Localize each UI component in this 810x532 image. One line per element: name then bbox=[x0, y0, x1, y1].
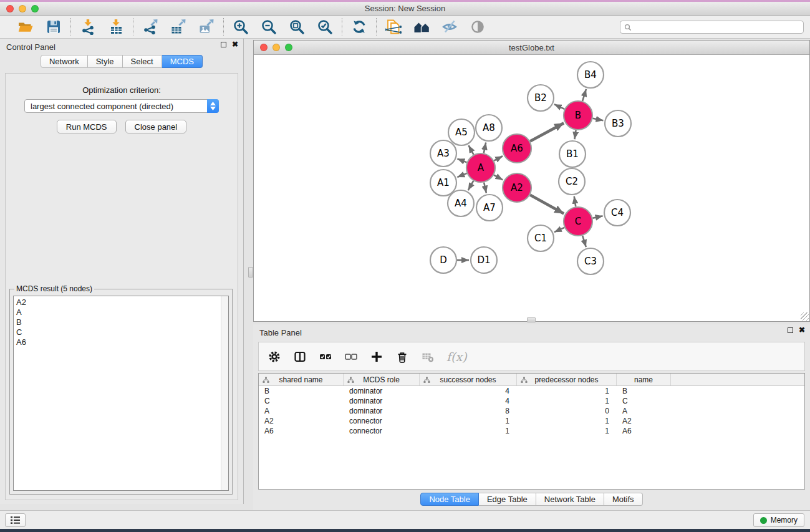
clone-network-icon[interactable] bbox=[385, 18, 402, 36]
graph-edge-B-B3[interactable] bbox=[593, 118, 604, 120]
graph-node-C[interactable]: C bbox=[564, 207, 592, 236]
export-table-icon[interactable] bbox=[170, 18, 187, 36]
graph-node-C1[interactable]: C1 bbox=[528, 225, 554, 251]
table-cell[interactable]: 1 bbox=[517, 427, 617, 435]
tab-network-table[interactable]: Network Table bbox=[536, 493, 604, 506]
column-visibility-icon[interactable] bbox=[293, 350, 307, 364]
graph-node-A7[interactable]: A7 bbox=[476, 195, 503, 221]
zoom-network-button[interactable] bbox=[285, 44, 292, 51]
network-canvas[interactable]: B4B2BB3A5A8A6A3B1AA1C2A2A4A7CC4C1C3DD1 bbox=[254, 55, 809, 321]
table-row[interactable]: Adominator80A bbox=[259, 406, 804, 416]
resize-grip-icon[interactable] bbox=[801, 312, 809, 321]
close-window-button[interactable] bbox=[6, 5, 14, 12]
hide-selected-icon[interactable] bbox=[441, 18, 458, 36]
table-cell[interactable]: 1 bbox=[420, 417, 517, 425]
graph-node-B1[interactable]: B1 bbox=[559, 141, 586, 167]
import-network-icon[interactable] bbox=[79, 18, 97, 36]
deselect-all-rows-icon[interactable] bbox=[344, 350, 358, 364]
mcds-result-item[interactable]: B bbox=[16, 317, 228, 327]
graph-edge-B-B4[interactable] bbox=[582, 89, 586, 101]
criterion-select[interactable]: largest connected component (directed) bbox=[24, 99, 219, 113]
table-cell[interactable]: 4 bbox=[420, 397, 517, 405]
graph-node-B3[interactable]: B3 bbox=[605, 110, 631, 137]
column-header-MCDS-role[interactable]: MCDS role bbox=[344, 374, 420, 385]
graph-node-D[interactable]: D bbox=[430, 247, 456, 273]
table-cell[interactable]: C bbox=[617, 397, 671, 405]
run-mcds-button[interactable]: Run MCDS bbox=[57, 120, 117, 133]
task-history-button[interactable] bbox=[5, 513, 26, 527]
function-builder-button[interactable]: f(x) bbox=[446, 350, 467, 364]
table-row[interactable]: Cdominator41C bbox=[259, 396, 804, 406]
graph-edge-A-A7[interactable] bbox=[484, 182, 486, 193]
table-cell[interactable]: connector bbox=[344, 417, 420, 425]
column-header-name[interactable]: name bbox=[617, 374, 671, 385]
table-settings-icon[interactable] bbox=[268, 350, 281, 364]
graph-edge-C-C2[interactable] bbox=[574, 196, 576, 207]
table-row[interactable]: Bdominator41B bbox=[259, 386, 804, 396]
graph-edge-C-C3[interactable] bbox=[582, 236, 586, 247]
horizontal-divider-grip[interactable] bbox=[527, 317, 536, 322]
delete-column-icon[interactable] bbox=[395, 350, 409, 364]
graph-node-A4[interactable]: A4 bbox=[448, 190, 474, 216]
tab-edge-table[interactable]: Edge Table bbox=[479, 493, 536, 506]
mcds-result-item[interactable]: A6 bbox=[16, 337, 228, 347]
table-cell[interactable]: B bbox=[617, 387, 671, 395]
float-table-panel-icon[interactable] bbox=[788, 327, 793, 333]
column-header-predecessor-nodes[interactable]: predecessor nodes bbox=[517, 374, 617, 385]
vertical-divider-grip[interactable] bbox=[248, 267, 253, 278]
table-cell[interactable]: C bbox=[259, 397, 344, 405]
zoom-selected-icon[interactable] bbox=[316, 18, 334, 36]
graph-edge-A-A4[interactable] bbox=[468, 181, 474, 190]
table-cell[interactable]: 0 bbox=[517, 407, 617, 415]
mcds-result-item[interactable]: A2 bbox=[16, 297, 228, 307]
export-network-icon[interactable] bbox=[142, 18, 159, 36]
close-table-panel-icon[interactable]: ✖ bbox=[799, 327, 805, 333]
table-cell[interactable]: A2 bbox=[617, 417, 671, 425]
table-cell[interactable]: 1 bbox=[420, 427, 517, 435]
graph-node-C2[interactable]: C2 bbox=[559, 168, 585, 195]
table-cell[interactable]: connector bbox=[344, 427, 420, 435]
graph-node-A5[interactable]: A5 bbox=[448, 119, 475, 145]
graph-node-A3[interactable]: A3 bbox=[430, 140, 456, 167]
add-column-icon[interactable] bbox=[370, 350, 383, 364]
tab-style[interactable]: Style bbox=[88, 55, 123, 68]
minimize-network-button[interactable] bbox=[272, 44, 280, 51]
graph-edge-C-C1[interactable] bbox=[554, 228, 564, 232]
table-cell[interactable]: 8 bbox=[420, 407, 517, 415]
zoom-fit-icon[interactable] bbox=[288, 18, 306, 36]
show-selected-icon[interactable] bbox=[469, 18, 486, 36]
table-cell[interactable]: dominator bbox=[344, 407, 420, 415]
table-cell[interactable]: A bbox=[617, 407, 671, 415]
graph-edge-A-A3[interactable] bbox=[457, 159, 466, 163]
minimize-window-button[interactable] bbox=[19, 5, 26, 12]
search-input[interactable] bbox=[632, 22, 803, 32]
table-cell[interactable]: A bbox=[259, 407, 344, 415]
table-row[interactable]: A6connector11A6 bbox=[259, 426, 804, 436]
graph-edge-A-A2[interactable] bbox=[494, 175, 503, 180]
table-cell[interactable]: A6 bbox=[617, 427, 671, 435]
tab-node-table[interactable]: Node Table bbox=[420, 493, 479, 506]
tab-mcds[interactable]: MCDS bbox=[162, 55, 203, 68]
close-panel-button[interactable]: Close panel bbox=[125, 120, 187, 133]
graph-nodes[interactable]: B4B2BB3A5A8A6A3B1AA1C2A2A4A7CC4C1C3DD1 bbox=[430, 62, 631, 274]
column-header-shared-name[interactable]: shared name bbox=[259, 374, 344, 385]
column-header-successor-nodes[interactable]: successor nodes bbox=[420, 374, 517, 385]
graph-node-B[interactable]: B bbox=[564, 101, 592, 130]
graph-node-A6[interactable]: A6 bbox=[503, 134, 531, 163]
table-cell[interactable]: 1 bbox=[517, 387, 617, 395]
close-network-button[interactable] bbox=[260, 44, 268, 51]
home-icon[interactable] bbox=[413, 18, 430, 36]
zoom-window-button[interactable] bbox=[31, 5, 39, 12]
graph-edge-C-C4[interactable] bbox=[592, 216, 602, 218]
select-all-rows-icon[interactable] bbox=[319, 350, 332, 364]
tab-motifs[interactable]: Motifs bbox=[604, 493, 643, 506]
zoom-out-icon[interactable] bbox=[260, 18, 277, 36]
graph-edge-A-A6[interactable] bbox=[494, 156, 503, 160]
graph-node-D1[interactable]: D1 bbox=[471, 247, 497, 273]
import-table-icon[interactable] bbox=[107, 18, 125, 36]
table-cell[interactable]: 1 bbox=[517, 397, 617, 405]
table-cell[interactable]: A6 bbox=[259, 427, 344, 435]
graph-edge-A2-C[interactable] bbox=[530, 195, 564, 214]
graph-edge-B-B1[interactable] bbox=[574, 130, 576, 139]
table-cell[interactable]: B bbox=[259, 387, 344, 395]
